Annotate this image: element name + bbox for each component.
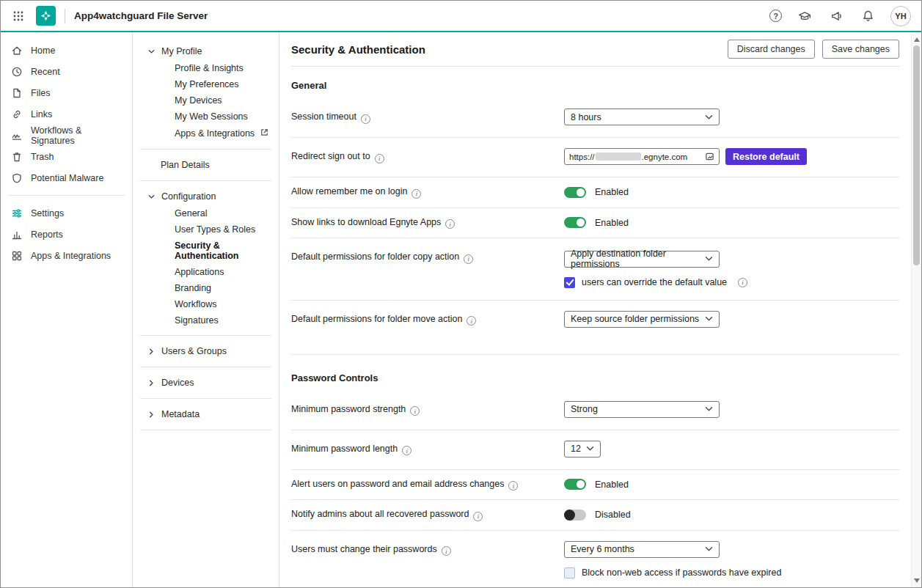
- sidebar-item-potential-malware[interactable]: Potential Malware: [1, 167, 132, 188]
- egnyte-logo[interactable]: [36, 6, 56, 26]
- nav-item-my-web-sessions[interactable]: My Web Sessions: [133, 109, 279, 125]
- info-icon[interactable]: [473, 512, 483, 521]
- password-length-select[interactable]: 12: [564, 441, 601, 457]
- info-icon[interactable]: [467, 316, 476, 326]
- trash-icon: [11, 151, 23, 163]
- link-icon: [11, 109, 23, 120]
- nav-group-users-groups[interactable]: Users & Groups: [133, 342, 279, 360]
- redirect-url-input[interactable]: https:// .egnyte.com: [564, 148, 720, 165]
- info-icon[interactable]: [442, 546, 451, 556]
- nav-item-my-devices[interactable]: My Devices: [133, 92, 279, 109]
- alert-users-toggle[interactable]: [564, 479, 586, 490]
- info-icon[interactable]: [464, 254, 473, 264]
- url-prefix: https://: [569, 152, 595, 161]
- sidebar-item-label: Reports: [31, 229, 63, 240]
- open-preview-icon[interactable]: [705, 152, 714, 161]
- scroll-up-icon[interactable]: [912, 34, 921, 45]
- sidebar-item-files[interactable]: Files: [1, 82, 132, 103]
- chevron-down-icon: [705, 112, 713, 122]
- toggle-state-label: Enabled: [595, 218, 629, 228]
- nav-divider: [140, 398, 271, 399]
- setting-row-download-apps: Show links to download Egnyte Apps Enabl…: [291, 208, 899, 239]
- scroll-down-icon[interactable]: [912, 575, 921, 586]
- sidebar-item-workflows-signatures[interactable]: Workflows & Signatures: [1, 125, 132, 146]
- sidebar-item-recent[interactable]: Recent: [1, 61, 132, 82]
- folder-move-permissions-select[interactable]: Keep source folder permissions: [564, 311, 720, 328]
- nav-item-branding[interactable]: Branding: [133, 280, 279, 296]
- graduation-cap-icon[interactable]: [796, 7, 813, 25]
- nav-item-applications[interactable]: Applications: [133, 264, 279, 280]
- url-suffix: .egnyte.com: [642, 152, 688, 161]
- save-changes-button[interactable]: Save changes: [822, 40, 899, 59]
- sidebar-item-apps-integrations[interactable]: Apps & Integrations: [1, 245, 132, 266]
- scrollbar-thumb[interactable]: [913, 45, 920, 265]
- sidebar-item-label: Files: [31, 88, 50, 98]
- home-icon: [11, 45, 23, 56]
- restore-default-button[interactable]: Restore default: [725, 148, 807, 165]
- apps-grid-icon[interactable]: [10, 7, 27, 25]
- nav-group-my-profile[interactable]: My Profile: [133, 43, 279, 60]
- sidebar-item-label: Workflows & Signatures: [31, 125, 122, 146]
- avatar[interactable]: YH: [890, 6, 911, 26]
- nav-item-security-authentication[interactable]: Security & Authentication: [133, 238, 279, 264]
- sidebar-item-links[interactable]: Links: [1, 103, 132, 125]
- notify-admins-toggle[interactable]: [564, 510, 586, 521]
- sidebar-item-home[interactable]: Home: [1, 40, 132, 61]
- settings-nav: My Profile Profile & Insights My Prefere…: [133, 32, 279, 587]
- info-icon[interactable]: [508, 481, 518, 490]
- nav-group-metadata[interactable]: Metadata: [133, 405, 279, 423]
- info-icon[interactable]: [738, 278, 747, 287]
- change-passwords-select[interactable]: Every 6 months: [564, 541, 720, 558]
- help-icon[interactable]: [769, 10, 782, 22]
- app-title: App4watchguard File Server: [74, 10, 208, 21]
- nav-item-plan-details[interactable]: Plan Details: [133, 156, 279, 174]
- sidebar-item-label: Recent: [31, 67, 60, 77]
- nav-item-profile-insights[interactable]: Profile & Insights: [133, 60, 279, 76]
- nav-item-user-types-roles[interactable]: User Types & Roles: [133, 221, 279, 238]
- nav-item-my-preferences[interactable]: My Preferences: [133, 76, 279, 92]
- nav-item-general[interactable]: General: [133, 205, 279, 221]
- select-value: Apply destination folder permissions: [571, 249, 705, 269]
- chevron-right-icon: [147, 411, 156, 419]
- app-window: App4watchguard File Server YH Home: [0, 0, 922, 588]
- password-strength-select[interactable]: Strong: [564, 401, 720, 418]
- sidebar-item-trash[interactable]: Trash: [1, 146, 132, 167]
- nav-group-devices[interactable]: Devices: [133, 374, 279, 392]
- sliders-icon: [11, 207, 23, 219]
- info-icon[interactable]: [375, 154, 384, 163]
- folder-copy-permissions-select[interactable]: Apply destination folder permissions: [564, 251, 720, 268]
- nav-item-signatures[interactable]: Signatures: [133, 312, 279, 328]
- select-value: 12: [571, 444, 581, 454]
- override-default-checkbox-row[interactable]: users can override the default value: [564, 277, 899, 288]
- vertical-scrollbar[interactable]: [911, 32, 921, 587]
- setting-label: Allow remember me on login: [291, 186, 407, 196]
- info-icon[interactable]: [445, 219, 455, 229]
- download-apps-toggle[interactable]: [564, 217, 586, 228]
- info-icon[interactable]: [361, 114, 370, 124]
- discard-changes-button[interactable]: Discard changes: [728, 40, 815, 59]
- chevron-down-icon: [705, 314, 713, 324]
- checkbox-label: Block non-web access if passwords have e…: [582, 567, 781, 578]
- setting-label: Default permissions for folder copy acti…: [291, 251, 459, 262]
- nav-item-apps-integrations-external[interactable]: Apps & Integrations: [133, 125, 279, 142]
- sidebar-item-settings[interactable]: Settings: [1, 202, 132, 224]
- block-non-web-checkbox[interactable]: [564, 567, 575, 578]
- setting-label: Minimum password strength: [291, 404, 406, 414]
- chevron-right-icon: [147, 348, 156, 356]
- setting-row-session-timeout: Session timeout 8 hours: [291, 98, 899, 138]
- info-icon[interactable]: [411, 189, 421, 199]
- nav-group-configuration[interactable]: Configuration: [133, 188, 279, 205]
- sidebar-divider: [8, 195, 125, 196]
- megaphone-icon[interactable]: [827, 7, 845, 25]
- bell-icon[interactable]: [859, 7, 877, 25]
- nav-item-workflows[interactable]: Workflows: [133, 296, 279, 312]
- info-icon[interactable]: [402, 446, 411, 455]
- sidebar-item-reports[interactable]: Reports: [1, 224, 132, 245]
- block-non-web-checkbox-row[interactable]: Block non-web access if passwords have e…: [564, 567, 899, 578]
- override-default-checkbox[interactable]: [564, 277, 575, 288]
- select-value: Strong: [571, 404, 598, 414]
- remember-me-toggle[interactable]: [564, 187, 586, 198]
- main-content: Security & Authentication Discard change…: [279, 32, 911, 587]
- session-timeout-select[interactable]: 8 hours: [564, 109, 720, 125]
- info-icon[interactable]: [410, 406, 420, 416]
